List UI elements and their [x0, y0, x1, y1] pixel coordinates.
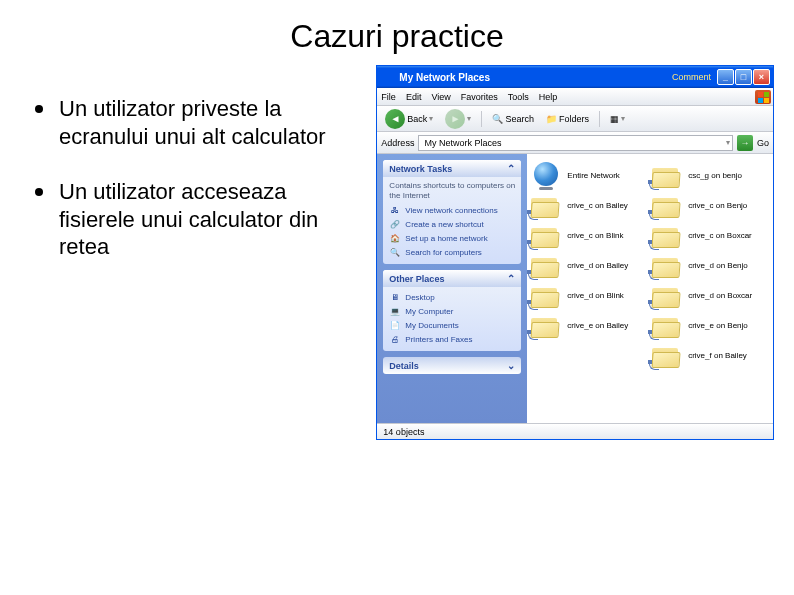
network-places-icon	[381, 70, 395, 84]
chevron-down-icon: ⌄	[507, 360, 515, 371]
network-folder-item[interactable]: crive_e on Benjo	[652, 312, 769, 340]
network-folder-item[interactable]: crive_c on Blink	[531, 222, 648, 250]
panel-head-network-tasks[interactable]: Network Tasks⌃	[383, 160, 521, 177]
panel-network-tasks: Network Tasks⌃ Contains shortcuts to com…	[383, 160, 521, 264]
network-folder-item[interactable]: crive_c on Bailey	[531, 192, 648, 220]
network-folder-icon	[531, 256, 559, 278]
chevron-down-icon[interactable]: ▾	[726, 138, 730, 147]
network-folder-item[interactable]: crive_c on Boxcar	[652, 222, 769, 250]
slide-title: Cazuri practice	[0, 0, 794, 65]
network-folder-item[interactable]: crive_d on Boxcar	[652, 282, 769, 310]
search-icon: 🔍	[492, 114, 503, 124]
forward-button[interactable]: ►▾	[441, 107, 475, 131]
statusbar-text: 14 objects	[383, 427, 424, 437]
file-label: crive_d on Benjo	[688, 262, 748, 271]
go-button[interactable]: →	[737, 135, 753, 151]
bullets-area: Un utilizator priveste la ecranului unui…	[35, 65, 366, 440]
panel-other-places: Other Places⌃ 🖥Desktop💻My Computer📄My Do…	[383, 270, 521, 351]
network-folder-icon	[652, 166, 680, 188]
file-label: crive_c on Bailey	[567, 202, 627, 211]
network-folder-icon	[531, 286, 559, 308]
printer-icon: 🖨	[389, 333, 401, 345]
bullet-item: Un utilizator acceseaza fisierele unui c…	[35, 178, 366, 261]
network-folder-item[interactable]: crive_f on Bailey	[652, 342, 769, 370]
shortcut-icon: 🔗	[389, 218, 401, 230]
toolbar: ◄Back▾ ►▾ 🔍Search 📁Folders ▦▾	[377, 106, 773, 132]
file-label: crive_d on Boxcar	[688, 292, 752, 301]
chevron-up-icon: ⌃	[507, 273, 515, 284]
network-folder-item[interactable]: crive_c on Benjo	[652, 192, 769, 220]
home-network-icon: 🏠	[389, 232, 401, 244]
address-value: My Network Places	[424, 138, 501, 148]
chevron-up-icon: ⌃	[507, 163, 515, 174]
network-folder-item[interactable]: crive_e on Bailey	[531, 312, 648, 340]
views-button[interactable]: ▦▾	[606, 112, 629, 126]
network-folder-icon	[531, 196, 559, 218]
panel-details: Details⌄	[383, 357, 521, 374]
views-icon: ▦	[610, 114, 619, 124]
sidebar-link[interactable]: 📄My Documents	[389, 319, 515, 331]
minimize-button[interactable]: _	[717, 69, 734, 85]
menu-view[interactable]: View	[431, 92, 450, 102]
titlebar-comment[interactable]: Comment	[672, 72, 711, 82]
file-label: crive_d on Blink	[567, 292, 623, 301]
file-label: Entire Network	[567, 172, 619, 181]
file-label: crive_c on Blink	[567, 232, 623, 241]
file-label: crive_d on Bailey	[567, 262, 628, 271]
network-folder-icon	[652, 196, 680, 218]
sidebar-link[interactable]: 🏠Set up a home network	[389, 232, 515, 244]
entire-network-item[interactable]: Entire Network	[531, 162, 648, 190]
network-folder-icon	[652, 316, 680, 338]
file-label: crive_c on Benjo	[688, 202, 747, 211]
sidebar-link[interactable]: 💻My Computer	[389, 305, 515, 317]
network-folder-icon	[531, 226, 559, 248]
files-area[interactable]: Entire Networkcsc_g on benjocrive_c on B…	[527, 154, 773, 423]
computer-icon: 💻	[389, 305, 401, 317]
network-icon: 🖧	[389, 204, 401, 216]
documents-icon: 📄	[389, 319, 401, 331]
file-label: csc_g on benjo	[688, 172, 742, 181]
go-label: Go	[757, 138, 769, 148]
network-folder-item[interactable]: crive_d on Bailey	[531, 252, 648, 280]
sidebar: Network Tasks⌃ Contains shortcuts to com…	[377, 154, 527, 423]
windows-flag-icon	[755, 90, 771, 104]
menu-help[interactable]: Help	[539, 92, 558, 102]
address-label: Address	[381, 138, 414, 148]
maximize-button[interactable]: □	[735, 69, 752, 85]
menu-file[interactable]: File	[381, 92, 396, 102]
globe-icon	[531, 162, 561, 192]
folders-icon: 📁	[546, 114, 557, 124]
network-folder-icon	[531, 316, 559, 338]
sidebar-link[interactable]: 🔍Search for computers	[389, 246, 515, 258]
menu-tools[interactable]: Tools	[508, 92, 529, 102]
statusbar: 14 objects	[377, 423, 773, 439]
window-my-network-places: My Network Places Comment _ □ × File Edi…	[376, 65, 774, 440]
folders-button[interactable]: 📁Folders	[542, 112, 593, 126]
file-label: crive_e on Benjo	[688, 322, 748, 331]
sidebar-link[interactable]: 🖧View network connections	[389, 204, 515, 216]
sidebar-link[interactable]: 🖨Printers and Faxes	[389, 333, 515, 345]
titlebar[interactable]: My Network Places Comment _ □ ×	[377, 66, 773, 88]
address-input[interactable]: My Network Places ▾	[418, 135, 733, 151]
menu-favorites[interactable]: Favorites	[461, 92, 498, 102]
search-button[interactable]: 🔍Search	[488, 112, 538, 126]
network-folder-icon	[652, 256, 680, 278]
panel-head-details[interactable]: Details⌄	[383, 357, 521, 374]
panel-description: Contains shortcuts to computers on the I…	[389, 181, 515, 200]
network-folder-item[interactable]: crive_d on Blink	[531, 282, 648, 310]
network-folder-item[interactable]: csc_g on benjo	[652, 162, 769, 190]
network-folder-icon	[652, 286, 680, 308]
network-folder-icon	[652, 226, 680, 248]
file-label: crive_f on Bailey	[688, 352, 747, 361]
menu-edit[interactable]: Edit	[406, 92, 422, 102]
search-icon: 🔍	[389, 246, 401, 258]
file-label: crive_e on Bailey	[567, 322, 628, 331]
network-folder-icon	[652, 346, 680, 368]
network-folder-item[interactable]: crive_d on Benjo	[652, 252, 769, 280]
close-button[interactable]: ×	[753, 69, 770, 85]
sidebar-link[interactable]: 🖥Desktop	[389, 291, 515, 303]
desktop-icon: 🖥	[389, 291, 401, 303]
sidebar-link[interactable]: 🔗Create a new shortcut	[389, 218, 515, 230]
panel-head-other-places[interactable]: Other Places⌃	[383, 270, 521, 287]
back-button[interactable]: ◄Back▾	[381, 107, 437, 131]
